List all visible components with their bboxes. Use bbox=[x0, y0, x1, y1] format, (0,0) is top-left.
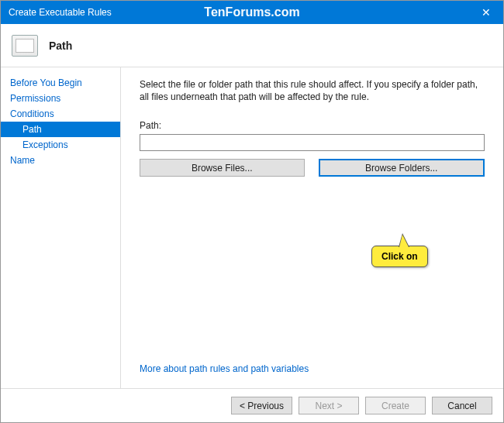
browse-folders-button[interactable]: Browse Folders... bbox=[319, 159, 485, 177]
next-button: Next > bbox=[299, 397, 359, 414]
sidebar-item-exceptions[interactable]: Exceptions bbox=[1, 137, 120, 153]
content-pane: Select the file or folder path that this… bbox=[121, 67, 503, 388]
description-text: Select the file or folder path that this… bbox=[140, 78, 485, 103]
path-input[interactable] bbox=[140, 134, 485, 151]
create-button: Create bbox=[365, 397, 426, 414]
browse-files-button[interactable]: Browse Files... bbox=[140, 159, 305, 177]
wizard-header: Path bbox=[1, 24, 503, 67]
browse-button-row: Browse Files... Browse Folders... bbox=[140, 159, 485, 177]
window-title: Create Executable Rules bbox=[9, 7, 112, 18]
callout-bubble: Click on bbox=[371, 246, 428, 267]
close-icon: ✕ bbox=[482, 6, 491, 19]
close-button[interactable]: ✕ bbox=[468, 1, 503, 24]
browse-folders-label: Browse Folders... bbox=[365, 163, 437, 174]
titlebar: Create Executable Rules TenForums.com ✕ bbox=[1, 1, 503, 24]
annotation-callout: Click on bbox=[371, 246, 428, 267]
sidebar-item-permissions[interactable]: Permissions bbox=[1, 91, 120, 106]
watermark-text: TenForums.com bbox=[204, 5, 299, 19]
page-icon bbox=[12, 35, 38, 57]
sidebar-item-before-you-begin[interactable]: Before You Begin bbox=[1, 75, 120, 91]
wizard-window: Create Executable Rules TenForums.com ✕ … bbox=[0, 0, 504, 423]
wizard-footer: < Previous Next > Create Cancel bbox=[1, 388, 503, 422]
callout-tail bbox=[399, 235, 409, 247]
browse-files-label: Browse Files... bbox=[192, 163, 253, 174]
more-about-link[interactable]: More about path rules and path variables bbox=[140, 363, 485, 380]
sidebar-item-path[interactable]: Path bbox=[1, 122, 120, 137]
sidebar: Before You Begin Permissions Conditions … bbox=[1, 67, 121, 388]
path-label: Path: bbox=[140, 120, 485, 131]
cancel-button[interactable]: Cancel bbox=[432, 397, 492, 414]
sidebar-item-name[interactable]: Name bbox=[1, 153, 120, 168]
sidebar-item-conditions[interactable]: Conditions bbox=[1, 106, 120, 122]
page-title: Path bbox=[49, 40, 72, 52]
previous-button[interactable]: < Previous bbox=[231, 397, 292, 414]
wizard-body: Before You Begin Permissions Conditions … bbox=[1, 67, 503, 388]
